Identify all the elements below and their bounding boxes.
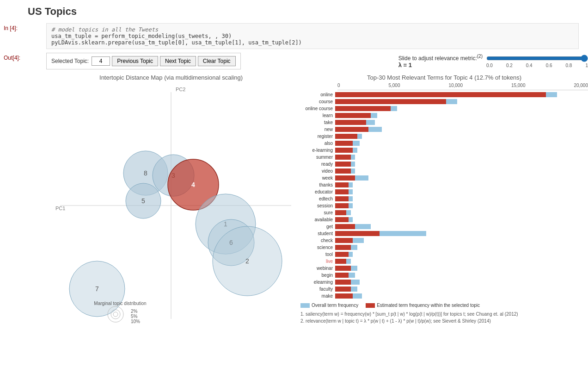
bar-topic (335, 175, 355, 181)
bar-row: sure (300, 210, 588, 216)
input-label: In [4]: (0, 23, 46, 49)
bar-label: online course (300, 106, 335, 111)
bar-area (335, 168, 588, 174)
bar-topic (335, 224, 355, 229)
bar-row: available (300, 217, 588, 223)
bubble-label-8: 8 (144, 169, 147, 177)
bar-area (335, 189, 588, 194)
bar-topic (335, 189, 349, 194)
bar-topic (335, 99, 446, 104)
relevance-slider[interactable] (486, 55, 588, 62)
bar-row: thanks (300, 182, 588, 188)
bar-row: make (300, 293, 588, 299)
legend-overall-label: Overall term frequency (312, 303, 358, 308)
left-panel-title: Intertopic Distance Map (via multidimens… (46, 74, 296, 81)
tick-04: 0.4 (526, 63, 533, 68)
bar-area (335, 92, 588, 97)
bar-area (335, 134, 588, 139)
topic-input[interactable] (92, 56, 110, 66)
bar-area (335, 217, 588, 222)
bar-row: elearning (300, 279, 588, 285)
bar-row: register (300, 133, 588, 139)
bar-label: educator (300, 189, 335, 194)
bar-area (335, 231, 588, 236)
pc2-label: PC2 (176, 87, 185, 92)
marginal-10pct: 10% (131, 319, 140, 324)
footnote-1: 1. saliency(term w) = frequency(w) * [su… (300, 311, 588, 318)
clear-topic-button[interactable]: Clear Topic (198, 56, 236, 66)
bar-row: check (300, 237, 588, 243)
bar-area (335, 245, 588, 250)
marginal-circle-2 (111, 310, 120, 319)
bar-label: edtech (300, 196, 335, 201)
bar-topic (335, 182, 349, 187)
legend-topic: Estimated term frequency within the sele… (366, 303, 480, 308)
next-topic-button[interactable]: Next Topic (160, 56, 196, 66)
bar-area (335, 106, 588, 111)
bar-topic (335, 127, 368, 132)
bar-row: summer (300, 154, 588, 160)
legend-topic-label: Estimated term frequency within the sele… (377, 303, 480, 308)
legend-box-topic (366, 303, 375, 308)
bar-row: take (300, 119, 588, 125)
bar-row: week (300, 175, 588, 181)
bar-label: student (300, 231, 335, 236)
bar-area (335, 252, 588, 257)
bar-label: ready (300, 162, 335, 167)
bar-row: webinar (300, 265, 588, 271)
bar-label: new (300, 127, 335, 132)
bar-area (335, 162, 588, 167)
bar-topic (335, 134, 357, 139)
bar-topic (335, 252, 349, 257)
code-cell: # model topics in all the Tweets usa_tm_… (46, 23, 579, 49)
previous-topic-button[interactable]: Previous Topic (112, 56, 158, 66)
bar-row: faculty (300, 286, 588, 292)
footnotes: 1. saliency(term w) = frequency(w) * [su… (300, 311, 588, 324)
tick-02: 0.2 (506, 63, 513, 68)
bar-topic (335, 266, 351, 271)
bar-label: webinar (300, 266, 335, 271)
x-tick-0: 0 (337, 83, 340, 88)
controls-bar: Selected Topic: Previous Topic Next Topi… (46, 53, 241, 69)
bar-row: tool (300, 251, 588, 257)
bar-row: new (300, 126, 588, 132)
bar-row: get (300, 224, 588, 230)
map-container: PC2 PC1 8 5 3 4 (46, 83, 296, 333)
bar-label: begin (300, 273, 335, 278)
x-tick-10k: 10,000 (448, 83, 463, 88)
footnote-2: 2. relevance(term w | topic t) = λ * p(w… (300, 318, 588, 324)
marginal-label: Marginal topic distribution (94, 301, 146, 306)
bar-label: register (300, 134, 335, 139)
bar-topic (335, 92, 546, 97)
bar-label: course (300, 99, 335, 104)
bar-row: ready (300, 161, 588, 167)
bar-area (335, 99, 588, 104)
x-axis: 0 5,000 10,000 15,000 20,000 (300, 83, 588, 88)
bar-area (335, 224, 588, 229)
marginal-5pct: 5% (131, 314, 138, 319)
tick-0: 0.0 (486, 63, 493, 68)
bar-topic (335, 148, 353, 153)
bar-label: check (300, 238, 335, 243)
bar-label: sure (300, 210, 335, 215)
bar-topic (335, 293, 353, 299)
bar-area (335, 210, 588, 215)
bar-label: e-learning (300, 148, 335, 153)
bubble-label-5: 5 (141, 197, 145, 205)
x-axis-line (337, 90, 588, 90)
bar-row: online (300, 92, 588, 98)
bar-row: live (300, 258, 588, 264)
legend: Overall term frequency Estimated term fr… (300, 303, 588, 308)
bar-topic (335, 287, 351, 292)
bar-row: begin (300, 272, 588, 278)
bar-row: online course (300, 106, 588, 112)
bar-label: faculty (300, 287, 335, 292)
marginal-2pct: 2% (131, 309, 138, 314)
x-tick-20k: 20,000 (574, 83, 588, 88)
bar-label: elearning (300, 280, 335, 285)
bar-topic (335, 168, 351, 174)
x-tick-15k: 15,000 (511, 83, 526, 88)
bar-topic (335, 210, 346, 215)
bar-row: e-learning (300, 147, 588, 153)
bar-area (335, 280, 588, 285)
